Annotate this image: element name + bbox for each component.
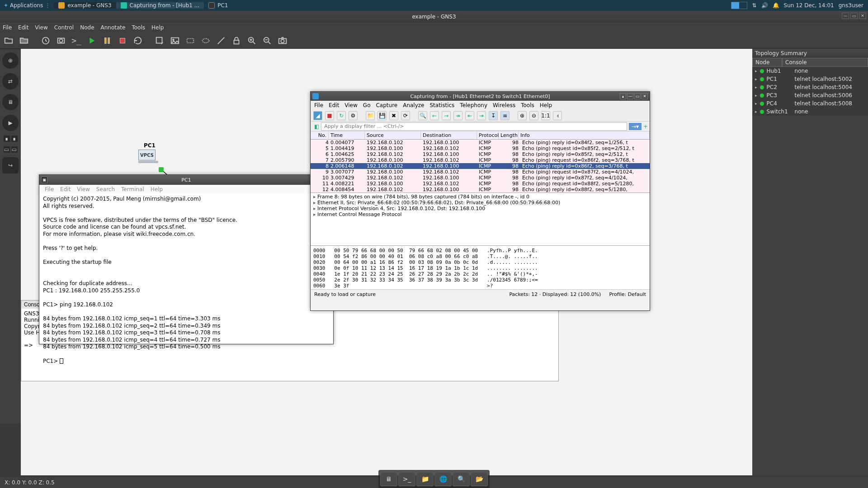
topology-row[interactable]: ▸PC2telnet localhost:5004 — [752, 83, 868, 91]
port-pc1-e0[interactable] — [159, 167, 164, 172]
packet-row[interactable]: 93.007077192.168.0.100192.168.0.102ICMP9… — [311, 169, 650, 175]
taskbar-item-wireshark[interactable]: Capturing from - [Hub1 ... — [116, 2, 204, 9]
detail-line[interactable]: Internet Protocol Version 4, Src: 192.16… — [313, 206, 647, 211]
dock-browser-icon[interactable]: 🌐 — [434, 472, 452, 486]
packet-row[interactable]: 40.004077192.168.0.102192.168.0.100ICMP9… — [311, 140, 650, 145]
zoom-reset-icon[interactable]: 1:1 — [541, 111, 550, 120]
packet-bytes[interactable]: 0000 00 50 79 66 68 00 00 50 79 66 68 02… — [311, 246, 650, 289]
ellipse-icon[interactable] — [200, 35, 212, 47]
reload-icon[interactable] — [40, 35, 52, 47]
tm-help[interactable]: Help — [151, 186, 163, 192]
wireshark-window[interactable]: Capturing from - [Hub1 Ethernet2 to Swit… — [310, 91, 650, 311]
save-icon[interactable] — [18, 35, 30, 47]
console-all-icon[interactable]: >_ — [71, 35, 82, 47]
menu-tools[interactable]: Tools — [132, 24, 145, 31]
zoom-in-icon[interactable] — [246, 35, 258, 47]
dock-link-icon[interactable]: ▭ — [4, 146, 10, 153]
dock-all-icon[interactable]: ∎ — [4, 136, 10, 142]
lock-icon[interactable] — [231, 35, 242, 47]
packet-row[interactable]: 114.008221192.168.0.100192.168.0.102ICMP… — [311, 181, 650, 187]
reload-file-icon[interactable]: ⟳ — [401, 111, 410, 120]
tm-edit[interactable]: Edit — [60, 186, 71, 192]
zoom-out-icon[interactable] — [261, 35, 273, 47]
open-icon[interactable] — [3, 35, 14, 47]
find-icon[interactable]: 🔍 — [418, 111, 427, 120]
next-icon[interactable]: → — [442, 111, 451, 120]
menu-help[interactable]: Help — [151, 24, 164, 31]
dock-routers-icon[interactable]: ⊕ — [2, 52, 19, 69]
volume-icon[interactable]: 🔊 — [761, 2, 768, 9]
image-icon[interactable] — [169, 35, 181, 47]
wm-wireless[interactable]: Wireless — [493, 102, 515, 108]
dock-cloud-icon[interactable]: ▭ — [11, 146, 18, 153]
ws-close[interactable]: ✕ — [642, 93, 648, 99]
packet-row[interactable]: 82.006148192.168.0.102192.168.0.100ICMP9… — [311, 163, 650, 169]
snapshot-icon[interactable] — [55, 35, 67, 47]
capture-start-icon[interactable]: ◢ — [313, 111, 322, 120]
tm-terminal[interactable]: Terminal — [121, 186, 144, 192]
wm-analyze[interactable]: Analyze — [403, 102, 424, 108]
maximize-button[interactable]: ▭ — [850, 13, 858, 19]
tm-search[interactable]: Search — [96, 186, 115, 192]
applications-menu[interactable]: ✦Applications⋮ — [0, 2, 54, 9]
menu-edit[interactable]: Edit — [18, 24, 28, 31]
dock-end-devices-icon[interactable]: 🖥 — [2, 94, 19, 110]
term-output[interactable]: Copyright (c) 2007-2015, Paul Meng (mirn… — [39, 194, 333, 366]
detail-line[interactable]: Frame 8: 98 bytes on wire (784 bits), 98… — [313, 194, 647, 200]
menu-file[interactable]: File — [3, 24, 12, 31]
topology-row[interactable]: ▸PC3telnet localhost:5006 — [752, 91, 868, 99]
ws-profile[interactable]: Profile: Default — [609, 291, 646, 297]
ws-titlebar[interactable]: Capturing from - [Hub1 Ethernet2 to Swit… — [311, 92, 650, 101]
pause-all-icon[interactable] — [101, 35, 113, 47]
start-all-icon[interactable] — [86, 35, 98, 47]
open-file-icon[interactable]: 📁 — [366, 111, 375, 120]
topology-summary-header[interactable]: Topology Summary — [752, 49, 868, 58]
wm-help[interactable]: Help — [540, 102, 552, 108]
dock-files-icon[interactable]: 📁 — [416, 472, 434, 486]
packet-row[interactable]: 103.007429192.168.0.102192.168.0.100ICMP… — [311, 175, 650, 181]
dock-switches-icon[interactable]: ⇄ — [2, 73, 19, 89]
rect-icon[interactable] — [184, 35, 196, 47]
note-icon[interactable] — [154, 35, 165, 47]
col-node[interactable]: Node — [752, 58, 782, 67]
capture-restart-icon[interactable]: ↻ — [337, 111, 346, 120]
wm-view[interactable]: View — [344, 102, 357, 108]
topology-row[interactable]: ▸PC4telnet localhost:5008 — [752, 99, 868, 108]
ws-min[interactable]: — — [627, 93, 633, 99]
dock-security-icon[interactable]: ▶ — [2, 115, 19, 131]
topology-row[interactable]: ▸Hub1none — [752, 67, 868, 75]
network-icon[interactable]: ⇅ — [752, 2, 756, 9]
topology-row[interactable]: ▸Switch1none — [752, 108, 868, 116]
user-menu[interactable]: gns3user — [839, 2, 863, 9]
notifications-icon[interactable]: 🔔 — [773, 2, 779, 9]
menu-node[interactable]: Node — [80, 24, 94, 31]
topology-row[interactable]: ▸PC1telnet localhost:5002 — [752, 75, 868, 83]
pc1-terminal-window[interactable]: ▣ PC1 ▾▭✕ File Edit View Search Terminal… — [39, 174, 334, 344]
last-icon[interactable]: ⇥ — [477, 111, 486, 120]
dock-folder-icon[interactable]: 📂 — [471, 472, 488, 486]
wm-stats[interactable]: Statistics — [429, 102, 454, 108]
ws-max[interactable]: ▭ — [634, 93, 641, 99]
menu-control[interactable]: Control — [54, 24, 74, 31]
display-filter-input[interactable] — [321, 122, 627, 131]
line-icon[interactable] — [215, 35, 227, 47]
packet-row[interactable]: 61.004625192.168.0.102192.168.0.100ICMP9… — [311, 151, 650, 157]
prev-icon[interactable]: ← — [430, 111, 439, 120]
col-console[interactable]: Console — [782, 58, 868, 67]
label-pc1[interactable]: PC1 — [144, 142, 156, 149]
packet-row[interactable]: 72.005790192.168.0.100192.168.0.102ICMP9… — [311, 157, 650, 163]
taskbar-item-pc1[interactable]: PC1 — [204, 2, 232, 9]
wm-capture[interactable]: Capture — [376, 102, 397, 108]
capture-options-icon[interactable]: ⚙ — [349, 111, 358, 120]
wm-file[interactable]: File — [314, 102, 323, 108]
bookmark-icon[interactable]: ◧ — [312, 123, 321, 130]
close-file-icon[interactable]: ✖ — [389, 111, 398, 120]
tm-file[interactable]: File — [45, 186, 54, 192]
wm-teleph[interactable]: Telephony — [460, 102, 487, 108]
close-button[interactable]: ✕ — [859, 13, 866, 19]
packet-list[interactable]: 40.004077192.168.0.102192.168.0.100ICMP9… — [311, 140, 650, 192]
clock[interactable]: Sun 12 Dec, 14:01 — [784, 2, 834, 9]
detail-line[interactable]: Internet Control Message Protocol — [313, 211, 647, 217]
packet-row[interactable]: 51.004419192.168.0.100192.168.0.102ICMP9… — [311, 145, 650, 151]
first-icon[interactable]: ⇤ — [465, 111, 474, 120]
